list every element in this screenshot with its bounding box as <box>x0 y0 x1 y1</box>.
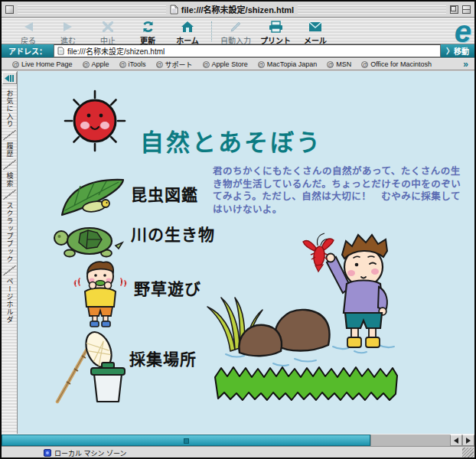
sidebar-tab-divider <box>3 190 16 200</box>
sun-logo <box>60 85 129 155</box>
favorite-item[interactable]: @ MacTopia Japan <box>258 60 318 68</box>
favorite-item[interactable]: @ Live Home Page <box>12 60 73 68</box>
main-region: お気に入り 履歴 検索 スクラップブック ページホルダ <box>2 71 474 434</box>
favorite-icon: @ <box>203 61 210 68</box>
stop-icon <box>103 20 113 34</box>
favorite-item[interactable]: @ iTools <box>119 60 146 68</box>
refresh-icon <box>142 20 155 34</box>
favorite-icon: @ <box>119 61 126 68</box>
menu-item-river-life[interactable]: 川の生き物 <box>131 222 215 245</box>
refresh-button[interactable]: 更新 <box>129 20 167 46</box>
security-zone-icon <box>44 449 51 457</box>
collapse-button[interactable] <box>462 5 471 14</box>
sidebar-tab-pageholder[interactable]: ページホルダ <box>6 275 13 326</box>
favorite-icon: @ <box>361 61 368 68</box>
home-icon <box>181 20 194 34</box>
insect-book-icon[interactable] <box>57 172 129 221</box>
favorite-item[interactable]: @ Office for Macintosh <box>361 60 432 68</box>
scroll-right-icon <box>466 438 471 444</box>
titlebar-stripes <box>18 5 166 14</box>
toolbar-separator <box>211 21 212 41</box>
page-content: 自然とあそぼう 君のちかくにもたくさんの自然があって、たくさんの生き物が生活して… <box>18 71 474 434</box>
scrollbar-thumb[interactable] <box>2 435 370 446</box>
back-button[interactable]: 戻る <box>9 20 47 46</box>
resize-grip[interactable] <box>462 448 474 459</box>
favorite-item[interactable]: @ サポート <box>156 60 193 70</box>
go-button[interactable]: 〉移動 <box>441 44 474 57</box>
ie-logo: e <box>455 16 471 47</box>
status-bar: ローカル マシン ゾーン <box>2 446 474 459</box>
address-value: file:///名称未設定/shizen.html <box>67 45 165 57</box>
scroll-right-button[interactable] <box>462 435 474 446</box>
favorite-icon: @ <box>83 61 90 68</box>
collection-icon[interactable] <box>51 327 128 406</box>
favorite-icon: @ <box>156 61 163 68</box>
forward-button[interactable]: 進む <box>49 20 87 46</box>
turtle-icon[interactable] <box>51 220 125 262</box>
back-icon <box>22 20 34 34</box>
sidebar-collapse-button[interactable] <box>2 72 17 84</box>
address-label: アドレス： <box>2 44 54 57</box>
favorite-item[interactable]: @ Apple Store <box>203 60 248 68</box>
favorite-item[interactable]: @ Apple <box>83 60 109 68</box>
page-title: 自然とあそぼう <box>140 123 322 158</box>
titlebar-stripes <box>298 5 446 14</box>
scrollbar-track[interactable] <box>370 435 450 446</box>
horizontal-scrollbar[interactable] <box>2 434 474 446</box>
menu-item-insects[interactable]: 昆虫図鑑 <box>131 182 198 205</box>
home-button[interactable]: ホーム <box>168 20 207 46</box>
favorites-bar: @ Live Home Page @ Apple @ iTools @ サポート… <box>2 58 474 70</box>
favorite-icon: @ <box>258 61 265 68</box>
sidebar-tab-search[interactable]: 検索 <box>6 170 13 190</box>
browser-window: file:///名称未設定/shizen.html 戻る 進む 中止 <box>0 0 476 459</box>
sidebar-collapse-icon <box>5 75 15 82</box>
river-scene-illustration <box>204 230 405 408</box>
sidebar-tab-divider <box>3 265 16 275</box>
zoom-button[interactable] <box>450 5 458 14</box>
title-bar[interactable]: file:///名称未設定/shizen.html <box>2 2 474 18</box>
toolbar: 戻る 進む 中止 更新 <box>2 18 474 44</box>
close-button[interactable] <box>5 5 14 14</box>
sidebar-tab-scrapbook[interactable]: スクラップブック <box>6 200 13 265</box>
sidebar-tab-history[interactable]: 履歴 <box>6 140 13 160</box>
mail-button[interactable]: メール <box>296 20 334 46</box>
grass-strip <box>215 367 397 400</box>
menu-item-grass-play[interactable]: 野草遊び <box>134 276 201 299</box>
sidebar-tab-favorites[interactable]: お気に入り <box>6 87 13 130</box>
autofill-icon <box>230 20 242 34</box>
mail-icon <box>308 20 322 34</box>
sidebar: お気に入り 履歴 検索 スクラップブック ページホルダ <box>2 71 18 434</box>
sidebar-tab-divider <box>3 130 16 140</box>
print-icon <box>269 20 283 34</box>
print-button[interactable]: プリント <box>256 20 295 46</box>
scrollbar-thumb-grip <box>184 438 189 444</box>
address-input[interactable]: file:///名称未設定/shizen.html <box>54 44 441 57</box>
intro-text: 君のちかくにもたくさんの自然があって、たくさんの生き物が生活しているんだ。ちょっ… <box>213 165 462 216</box>
window-title: file:///名称未設定/shizen.html <box>170 3 294 15</box>
menu-item-collection-places[interactable]: 採集場所 <box>129 347 197 369</box>
autofill-button[interactable]: 自動入力 <box>217 20 255 46</box>
sidebar-tab-divider <box>3 160 16 170</box>
page-icon <box>57 47 64 55</box>
document-icon <box>170 5 178 15</box>
stop-button[interactable]: 中止 <box>89 20 127 46</box>
status-text: ローカル マシン ゾーン <box>54 448 127 458</box>
address-bar: アドレス： file:///名称未設定/shizen.html 〉移動 <box>2 44 474 58</box>
favorite-item[interactable]: @ MSN <box>327 60 351 68</box>
grass-play-icon[interactable] <box>70 258 131 328</box>
scroll-left-button[interactable] <box>450 435 462 446</box>
favorite-icon: @ <box>12 61 19 68</box>
window-title-text: file:///名称未設定/shizen.html <box>181 3 294 15</box>
favorites-overflow-button[interactable]: » <box>463 59 468 70</box>
forward-icon <box>62 20 74 34</box>
favorite-icon: @ <box>327 61 334 68</box>
scroll-left-icon <box>454 438 458 444</box>
